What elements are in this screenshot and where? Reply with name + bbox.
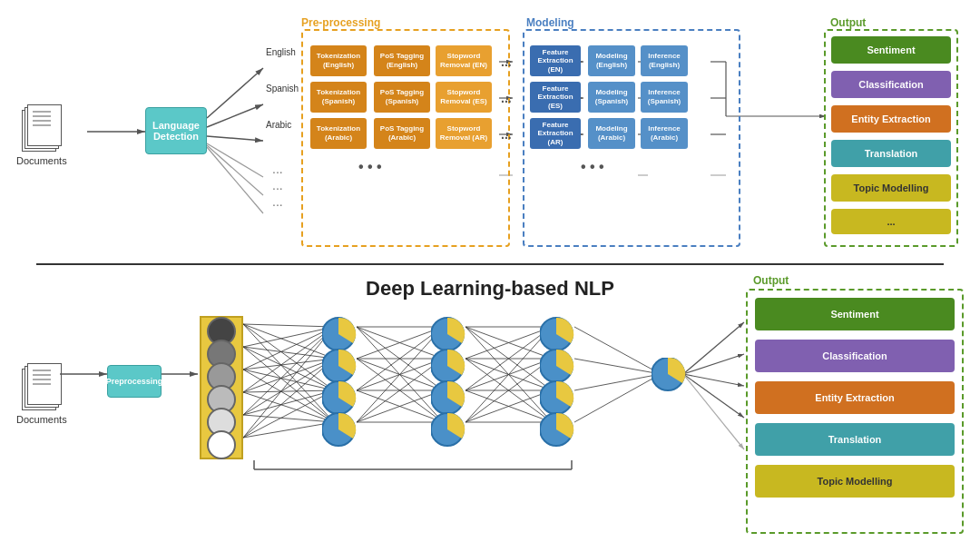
svg-line-8: [207, 147, 263, 213]
dots-modeling: • • •: [581, 159, 604, 175]
svg-line-93: [466, 390, 552, 422]
lang-detect-box: LanguageDetection: [145, 107, 207, 154]
svg-line-56: [243, 359, 334, 415]
svg-line-85: [466, 359, 552, 390]
svg-line-54: [243, 392, 334, 422]
svg-line-50: [243, 370, 334, 422]
svg-line-52: [243, 359, 334, 392]
svg-point-109: [322, 381, 355, 414]
svg-line-83: [466, 327, 552, 359]
svg-point-117: [540, 381, 573, 414]
svg-line-76: [357, 359, 443, 422]
stopword-es: StopwordRemoval (ES): [436, 82, 492, 113]
doc-pages-top: [22, 104, 62, 152]
svg-line-96: [574, 359, 661, 374]
svg-point-107: [322, 318, 355, 350]
svg-point-119: [652, 358, 684, 390]
svg-line-97: [574, 374, 661, 390]
svg-point-112: [431, 350, 464, 382]
inference-en: Inference(English): [641, 45, 688, 76]
diagram-container: Documents LanguageDetection English Span…: [0, 0, 980, 552]
svg-line-91: [466, 327, 552, 422]
stopword-en: StopwordRemoval (EN): [436, 45, 492, 76]
svg-line-71: [357, 327, 443, 390]
svg-line-42: [243, 324, 334, 422]
documents-bottom: Documents: [16, 363, 67, 425]
dots-lang-1: ...: [272, 162, 283, 176]
output-classification-top: Classification: [831, 71, 951, 98]
svg-line-58: [243, 415, 334, 422]
svg-line-92: [466, 359, 552, 422]
svg-line-82: [466, 327, 552, 422]
dots-mid-es: ...: [501, 91, 512, 105]
inference-es: Inference(Spanish): [641, 82, 688, 113]
layer3-neurons: [540, 309, 585, 499]
svg-line-55: [243, 327, 334, 415]
svg-point-115: [540, 318, 573, 350]
svg-line-44: [243, 347, 334, 359]
svg-line-103: [683, 374, 744, 449]
svg-line-69: [357, 359, 443, 390]
svg-line-53: [243, 390, 334, 392]
input-node-6: [207, 430, 236, 459]
svg-point-108: [322, 350, 355, 382]
tok-ar: Tokenization(Arabic): [310, 118, 367, 149]
svg-line-40: [243, 324, 334, 359]
svg-line-90: [466, 390, 552, 422]
svg-line-101: [683, 374, 744, 386]
output-topic-top: Topic Modelling: [831, 174, 951, 202]
svg-line-102: [683, 374, 744, 418]
svg-line-48: [243, 359, 334, 370]
dots-lang-2: ...: [272, 178, 283, 192]
svg-line-59: [243, 327, 334, 438]
tok-en: Tokenization(English): [310, 45, 367, 76]
svg-line-4: [207, 104, 263, 127]
svg-line-100: [683, 354, 744, 374]
preproc-label-bottom: Preprocessing: [106, 377, 163, 386]
svg-line-7: [207, 145, 263, 195]
svg-line-95: [574, 327, 661, 374]
svg-line-86: [466, 359, 552, 422]
svg-line-77: [357, 390, 443, 422]
label-spanish: Spanish: [266, 84, 299, 94]
doc-pages-bottom: [22, 363, 62, 410]
svg-line-99: [683, 322, 744, 374]
svg-line-6: [207, 143, 263, 177]
output-section-label-bottom: Output: [753, 274, 789, 287]
tok-es: Tokenization(Spanish): [310, 82, 367, 113]
output-sentiment-top: Sentiment: [831, 36, 951, 64]
pos-ar: PoS Tagging(Arabic): [374, 118, 430, 149]
svg-line-47: [243, 327, 334, 370]
documents-bottom-label: Documents: [16, 414, 67, 425]
dots-lang-3: ...: [272, 194, 283, 209]
svg-line-65: [357, 327, 443, 390]
output-neuron: [652, 358, 697, 403]
output-dots-top: ...: [831, 209, 951, 234]
stopword-ar: StopwordRemoval (AR): [436, 118, 492, 149]
svg-line-60: [243, 359, 334, 438]
svg-line-57: [243, 390, 334, 415]
feature-en: FeatureExtraction (EN): [530, 45, 581, 76]
inference-ar: Inference(Arabic): [641, 118, 688, 149]
documents-top: Documents: [16, 104, 67, 166]
svg-point-116: [540, 350, 573, 382]
svg-line-43: [243, 327, 334, 347]
svg-point-118: [540, 413, 573, 446]
preprocessing-section-label: Pre-processing: [301, 16, 380, 29]
svg-line-75: [357, 327, 443, 422]
svg-line-61: [243, 390, 334, 438]
svg-line-46: [243, 347, 334, 422]
documents-top-label: Documents: [16, 155, 67, 166]
modeling-en: Modeling(English): [588, 45, 635, 76]
layer2-neurons: [431, 309, 476, 499]
svg-line-80: [466, 327, 552, 359]
svg-line-72: [357, 359, 443, 390]
svg-line-66: [357, 327, 443, 422]
label-english: English: [266, 47, 296, 57]
svg-point-114: [431, 413, 464, 446]
svg-line-98: [574, 374, 661, 422]
svg-line-67: [357, 327, 443, 359]
dots-mid-ar: ...: [501, 127, 512, 142]
svg-line-39: [243, 324, 334, 327]
modeling-ar: Modeling(Arabic): [588, 118, 635, 149]
